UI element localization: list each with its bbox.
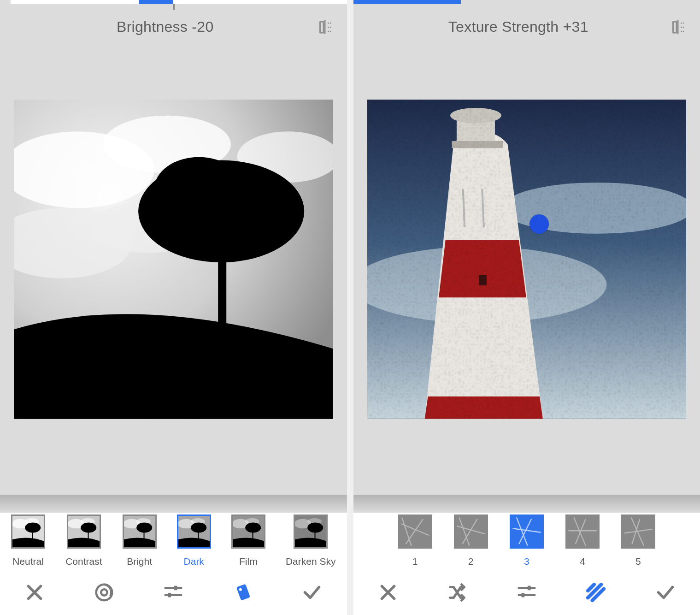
image-preview[interactable] bbox=[14, 100, 333, 419]
styles-button[interactable] bbox=[232, 582, 253, 603]
shuffle-button[interactable] bbox=[447, 582, 468, 603]
image-canvas-area bbox=[0, 47, 347, 472]
sliders-icon bbox=[163, 582, 184, 603]
preset-contrast[interactable]: Contrast bbox=[65, 514, 102, 567]
image-canvas-area bbox=[353, 47, 700, 472]
svg-point-1 bbox=[328, 22, 329, 24]
svg-point-3 bbox=[328, 26, 329, 28]
editor-screen-bw: Brightness -20 bbox=[0, 0, 347, 615]
cancel-button[interactable] bbox=[377, 582, 399, 603]
bottom-toolbar bbox=[0, 570, 347, 615]
compare-icon bbox=[317, 19, 333, 35]
svg-rect-105 bbox=[521, 593, 524, 597]
texture-5[interactable]: 5 bbox=[621, 514, 655, 567]
texture-label: 4 bbox=[580, 556, 585, 567]
cancel-button[interactable] bbox=[24, 582, 45, 603]
header: Brightness -20 bbox=[0, 6, 347, 47]
editor-screen-texture: Texture Strength +31 bbox=[353, 0, 700, 615]
texture-button[interactable] bbox=[585, 582, 606, 603]
close-icon bbox=[24, 582, 45, 603]
svg-point-46 bbox=[307, 522, 323, 532]
check-icon bbox=[301, 582, 323, 603]
svg-point-60 bbox=[681, 26, 682, 28]
header: Texture Strength +31 bbox=[353, 6, 700, 47]
svg-point-26 bbox=[81, 522, 96, 532]
svg-point-21 bbox=[25, 522, 41, 532]
looks-button[interactable] bbox=[94, 582, 115, 603]
texture-1[interactable]: 1 bbox=[398, 514, 432, 567]
svg-point-5 bbox=[328, 30, 329, 32]
preset-darken-sky[interactable]: Darken Sky bbox=[286, 514, 336, 567]
svg-point-31 bbox=[136, 522, 152, 532]
preset-neutral[interactable]: Neutral bbox=[11, 514, 45, 567]
texture-label: 5 bbox=[635, 556, 641, 567]
svg-point-58 bbox=[681, 22, 682, 24]
texture-2[interactable]: 2 bbox=[454, 514, 488, 567]
preset-label: Film bbox=[239, 556, 258, 567]
svg-point-41 bbox=[245, 522, 261, 532]
stripes-icon bbox=[585, 582, 606, 603]
texture-3[interactable]: 3 bbox=[510, 514, 544, 567]
apply-button[interactable] bbox=[655, 582, 676, 603]
image-preview[interactable] bbox=[367, 100, 687, 419]
svg-point-6 bbox=[329, 30, 331, 32]
preset-film[interactable]: Film bbox=[231, 514, 265, 567]
texture-4[interactable]: 4 bbox=[565, 514, 600, 567]
texture-thumb bbox=[398, 514, 432, 549]
apply-button[interactable] bbox=[301, 582, 323, 603]
preset-bright[interactable]: Bright bbox=[123, 514, 157, 567]
preset-label: Contrast bbox=[65, 556, 102, 567]
bottom-toolbar bbox=[353, 570, 700, 615]
svg-rect-76 bbox=[400, 516, 431, 547]
svg-point-16 bbox=[215, 179, 298, 237]
svg-point-61 bbox=[683, 26, 684, 28]
compare-button[interactable] bbox=[317, 19, 333, 35]
check-icon bbox=[655, 582, 676, 603]
sliders-icon bbox=[516, 582, 537, 603]
svg-line-109 bbox=[588, 585, 594, 591]
svg-point-2 bbox=[329, 22, 331, 24]
adjust-button[interactable] bbox=[516, 582, 537, 603]
value-slider[interactable] bbox=[0, 0, 347, 6]
texture-label: 2 bbox=[468, 556, 474, 567]
preset-label: Darken Sky bbox=[286, 556, 336, 567]
texture-row: 1 2 3 4 5 bbox=[353, 513, 700, 570]
preset-row: Neutral Contrast Bright Dark Film Darken bbox=[0, 513, 347, 570]
preset-label: Neutral bbox=[12, 556, 44, 567]
preset-thumb bbox=[177, 514, 211, 549]
preset-thumb bbox=[123, 514, 157, 549]
shadow-divider bbox=[353, 495, 700, 513]
svg-rect-54 bbox=[168, 593, 171, 597]
adjustment-title: Texture Strength +31 bbox=[367, 18, 670, 35]
texture-label: 3 bbox=[524, 556, 529, 567]
svg-point-63 bbox=[683, 30, 684, 32]
shuffle-icon bbox=[447, 582, 468, 603]
svg-rect-53 bbox=[174, 586, 177, 591]
texture-thumb bbox=[621, 514, 655, 549]
preset-dark[interactable]: Dark bbox=[177, 514, 211, 567]
preset-thumb bbox=[11, 514, 45, 549]
svg-point-4 bbox=[329, 26, 331, 28]
compare-icon bbox=[670, 19, 686, 35]
compare-button[interactable] bbox=[670, 19, 686, 35]
close-icon bbox=[377, 582, 399, 603]
svg-rect-91 bbox=[567, 516, 598, 547]
adjustment-title: Brightness -20 bbox=[14, 18, 317, 35]
svg-rect-104 bbox=[528, 586, 531, 591]
svg-rect-73 bbox=[367, 100, 687, 419]
texture-thumb bbox=[454, 514, 488, 549]
preset-label: Dark bbox=[184, 556, 204, 567]
texture-thumb bbox=[510, 514, 544, 549]
card-icon bbox=[232, 582, 253, 603]
adjust-button[interactable] bbox=[163, 582, 184, 603]
value-slider[interactable] bbox=[353, 0, 700, 6]
touch-indicator-icon bbox=[529, 214, 549, 234]
preset-label: Bright bbox=[127, 556, 152, 567]
svg-point-62 bbox=[681, 30, 682, 32]
svg-point-59 bbox=[683, 22, 684, 24]
svg-point-36 bbox=[191, 522, 206, 532]
shadow-divider bbox=[0, 495, 347, 513]
preset-thumb bbox=[231, 514, 265, 549]
svg-point-50 bbox=[101, 589, 107, 595]
texture-thumb bbox=[565, 514, 600, 549]
